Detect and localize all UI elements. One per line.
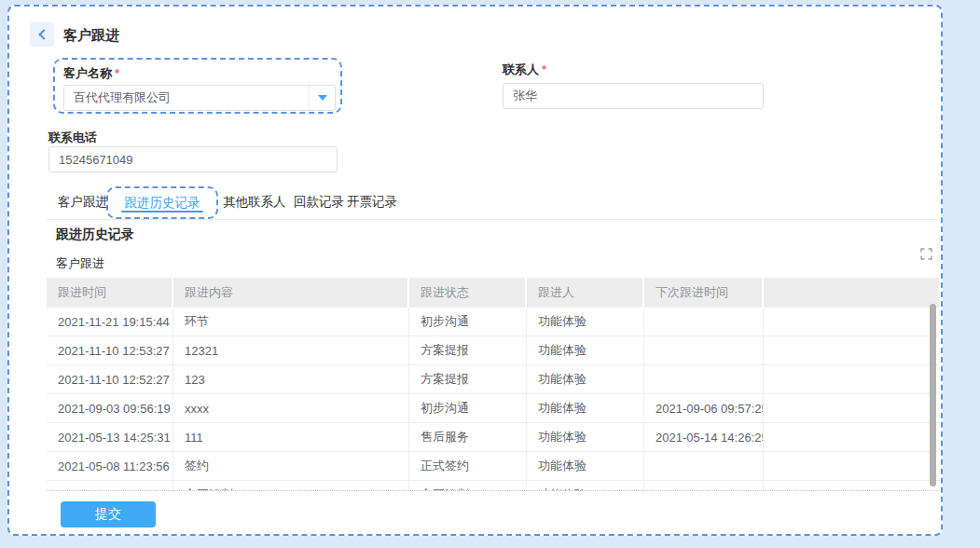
table-cell: 功能体验 — [527, 452, 644, 480]
table-cell — [764, 423, 939, 451]
table-cell: 2021-09-03 09:56:19 — [47, 394, 173, 422]
tab-invoice-records[interactable]: 开票记录 — [347, 194, 397, 211]
table-cell — [764, 452, 939, 480]
table-cell: 2021-11-21 19:15:44 — [47, 308, 173, 336]
table-row: 2021-11-21 19:15:44环节初步沟通功能体验 — [47, 308, 939, 336]
required-asterisk: * — [542, 62, 546, 76]
table-cell: 正式签约 — [409, 452, 527, 480]
table-cell — [764, 308, 939, 336]
table-header-cell: 跟进时间 — [47, 278, 173, 308]
fullscreen-icon[interactable] — [920, 248, 932, 260]
contact-input[interactable] — [503, 83, 764, 109]
table-cell — [644, 365, 764, 393]
section-subtitle: 客户跟进 — [56, 255, 104, 272]
table-cell — [764, 336, 939, 364]
table-row: 2021-11-10 12:52:27123方案提报功能体验 — [47, 365, 939, 394]
submit-button[interactable]: 提交 — [61, 501, 156, 527]
contact-label: 联系人* — [503, 62, 546, 78]
table-cell: 初步沟通 — [409, 394, 527, 422]
table-cell: 2021-05-19 11:23:51 — [644, 481, 764, 490]
followup-history-table: 跟进时间跟进内容跟进状态跟进人下次跟进时间 2021-11-21 19:15:4… — [47, 278, 939, 490]
table-cell — [644, 336, 764, 364]
table-cell: 功能体验 — [527, 365, 644, 393]
table-clip-line — [47, 490, 939, 491]
customer-name-selected-value: 百代代理有限公司 — [64, 89, 309, 106]
table-cell: 功能体验 — [527, 336, 644, 364]
tab-customer-followup[interactable]: 客户跟进 — [58, 194, 108, 211]
customer-name-select[interactable]: 百代代理有限公司 — [63, 85, 336, 111]
table-cell: 环节 — [173, 308, 409, 336]
table-cell: 功能体验 — [527, 423, 644, 451]
table-cell: 2021-09-06 09:57:25 — [644, 394, 764, 422]
customer-name-label: 客户名称* — [63, 65, 119, 82]
table-header-cell: 跟进内容 — [173, 278, 409, 308]
customer-followup-panel: 客户跟进 客户名称* 百代代理有限公司 联系人* 联系电话 客户跟进跟进历史记录… — [7, 5, 943, 536]
table-header-cell: 下次跟进时间 — [644, 278, 764, 308]
page-title: 客户跟进 — [63, 27, 119, 45]
table-cell — [764, 481, 939, 490]
table-cell: 合同谈判 — [409, 481, 527, 490]
phone-label: 联系电话 — [48, 130, 97, 146]
customer-name-caret-zone[interactable] — [309, 86, 335, 110]
table-cell: 初步沟通 — [409, 308, 527, 336]
table-cell: 方案提报 — [409, 365, 527, 393]
table-header-cell: 跟进状态 — [409, 278, 527, 308]
table-cell: 2021-05-14 14:26:25 — [644, 423, 764, 451]
table-cell: 2021-11-10 12:52:27 — [47, 365, 173, 393]
table-cell — [644, 308, 764, 336]
table-cell: 售后服务 — [409, 423, 527, 451]
table-cell — [764, 394, 939, 422]
section-title: 跟进历史记录 — [56, 226, 134, 243]
back-button[interactable] — [30, 22, 54, 47]
table-cell: 2021-05-08 11:23:56 — [47, 452, 173, 480]
table-scrollbar[interactable] — [930, 304, 936, 486]
table-cell: xxxx — [173, 394, 409, 422]
table-cell: 合同谈判 — [173, 481, 409, 490]
tab-other-contacts[interactable]: 其他联系人 — [223, 194, 286, 211]
phone-input[interactable] — [48, 146, 338, 172]
table-cell: 111 — [173, 423, 409, 451]
table-cell: 12321 — [173, 336, 409, 364]
table-header-cell: 跟进人 — [527, 278, 644, 308]
required-asterisk: * — [115, 66, 119, 80]
customer-name-label-text: 客户名称 — [63, 66, 112, 80]
table-row: 2021-11-10 12:53:2712321方案提报功能体验 — [47, 336, 939, 365]
table-cell: 签约 — [173, 452, 409, 480]
tab-bar: 客户跟进跟进历史记录其他联系人回款记录开票记录 — [9, 186, 941, 220]
table-cell — [644, 452, 764, 480]
table-cell: 2021-05-08 11:22:38 — [47, 481, 173, 490]
table-row: 2021-05-08 11:22:38合同谈判合同谈判功能体验2021-05-1… — [47, 481, 939, 490]
table-row: 2021-09-03 09:56:19xxxx初步沟通功能体验2021-09-0… — [47, 394, 939, 423]
table-row: 2021-05-08 11:23:56签约正式签约功能体验 — [47, 452, 939, 481]
table-cell: 功能体验 — [527, 481, 644, 490]
table-cell: 123 — [173, 365, 409, 393]
tab-followup-history[interactable]: 跟进历史记录 — [106, 186, 218, 219]
page-background: { "page": { "title": "客户跟进" }, "form": {… — [0, 0, 980, 548]
table-cell: 功能体验 — [527, 394, 644, 422]
table-cell: 2021-11-10 12:53:27 — [47, 336, 173, 364]
contact-label-text: 联系人 — [503, 62, 539, 76]
table-cell: 功能体验 — [527, 308, 644, 336]
caret-down-icon — [318, 95, 327, 101]
table-row: 2021-05-13 14:25:31111售后服务功能体验2021-05-14… — [47, 423, 939, 452]
customer-name-field-group: 客户名称* 百代代理有限公司 — [53, 58, 342, 114]
chevron-left-icon — [38, 29, 48, 39]
table-header-row: 跟进时间跟进内容跟进状态跟进人下次跟进时间 — [47, 278, 939, 308]
table-cell: 2021-05-13 14:25:31 — [47, 423, 173, 451]
active-tab-underline — [121, 211, 203, 212]
table-header-cell — [764, 278, 939, 308]
tab-payment-records[interactable]: 回款记录 — [294, 194, 344, 211]
table-cell — [764, 365, 939, 393]
table-cell: 方案提报 — [409, 336, 527, 364]
tabs-divider — [47, 219, 939, 220]
tab-label: 跟进历史记录 — [125, 195, 200, 212]
